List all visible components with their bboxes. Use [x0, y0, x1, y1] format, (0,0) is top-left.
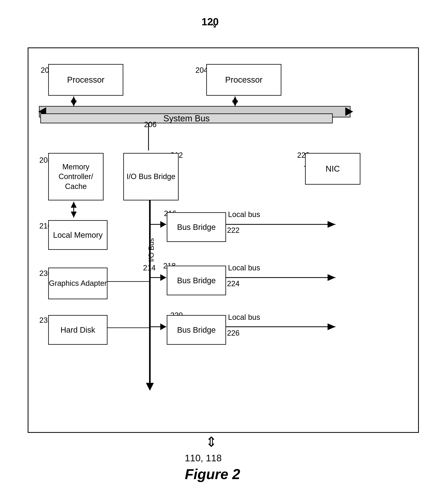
local-bus-220-label: Local bus — [228, 313, 260, 322]
io-bus-bridge-box: I/O Bus Bridge — [123, 153, 179, 200]
ref-214: 214 — [143, 264, 155, 272]
svg-marker-2 — [345, 107, 353, 116]
ref-110-118: 110, 118 — [185, 453, 222, 464]
svg-marker-28 — [328, 323, 336, 330]
main-diagram-box: 202 204 Processor Processor System Bus 2… — [28, 47, 419, 433]
ref-224: 224 — [227, 279, 239, 288]
nic-box: NIC — [305, 153, 360, 185]
svg-marker-5 — [71, 101, 77, 106]
svg-marker-18 — [160, 274, 166, 281]
ref-206: 206 — [144, 120, 157, 129]
ref-204: 204 — [195, 66, 208, 74]
ref-222: 222 — [227, 226, 239, 235]
svg-marker-7 — [232, 96, 238, 102]
bus-bridge-216-box: Bus Bridge — [167, 212, 226, 242]
graphics-adapter-box: Graphics Adapter — [48, 268, 107, 299]
processor-2-box: Processor — [206, 64, 281, 96]
svg-marker-14 — [146, 383, 154, 391]
bus-bridge-218-box: Bus Bridge — [167, 266, 226, 295]
svg-marker-16 — [160, 221, 166, 228]
io-bus-label: I/O Bus — [147, 238, 155, 262]
bottom-double-arrow: ⇕ — [206, 434, 217, 450]
svg-marker-20 — [160, 323, 166, 330]
svg-marker-8 — [232, 101, 238, 106]
processor-1-box: Processor — [48, 64, 123, 96]
local-memory-box: Local Memory — [48, 220, 107, 250]
hard-disk-box: Hard Disk — [48, 315, 107, 345]
figure-caption: Figure 2 — [185, 466, 240, 482]
system-bus: System Bus — [40, 114, 333, 123]
bus-bridge-220-box: Bus Bridge — [167, 315, 226, 345]
ref-arrow-120: ↘ — [210, 21, 217, 29]
svg-marker-12 — [71, 212, 77, 218]
local-bus-216-label: Local bus — [228, 210, 260, 219]
svg-marker-26 — [328, 274, 336, 281]
local-bus-218-label: Local bus — [228, 264, 260, 272]
ref-226: 226 — [227, 329, 239, 337]
svg-marker-24 — [328, 221, 336, 228]
memory-controller-box: Memory Controller/ Cache — [48, 153, 104, 200]
svg-marker-11 — [71, 202, 77, 208]
svg-marker-4 — [71, 96, 77, 102]
